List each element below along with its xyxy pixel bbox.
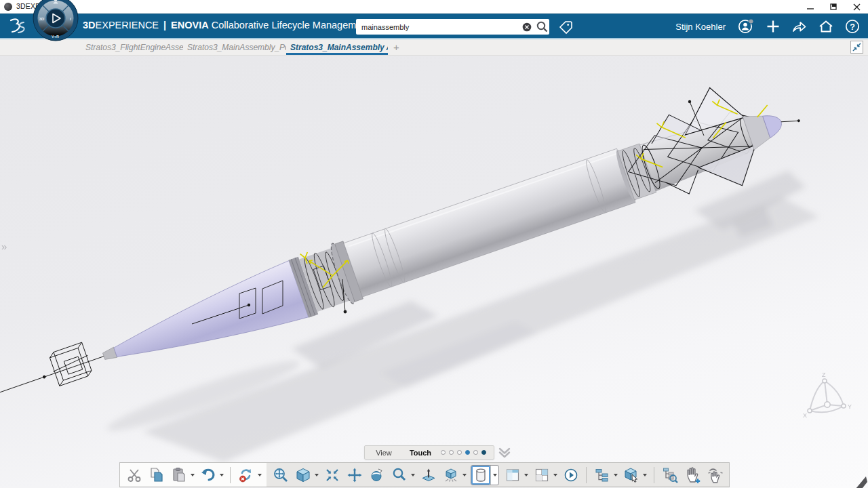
- render-style-dropdown-caret[interactable]: [490, 466, 498, 485]
- add-content-icon[interactable]: [766, 20, 780, 33]
- zoom-icon[interactable]: [390, 466, 408, 485]
- 3dexperience-compass[interactable]: 3D i V+R: [32, 0, 79, 42]
- page-dot-1[interactable]: [441, 450, 446, 455]
- document-tabbar: Stratos3_FlightEngineAssembl Stratos3_Ma…: [0, 39, 868, 56]
- clear-search-icon[interactable]: [519, 22, 534, 32]
- collapse-window-button[interactable]: [850, 41, 863, 54]
- new-tab-button[interactable]: +: [388, 39, 405, 55]
- compass-west-label[interactable]: 3D: [39, 17, 45, 21]
- compass-south-label[interactable]: V+R: [52, 35, 59, 39]
- window-titlebar: 3DEXPERIENCE: [0, 0, 868, 14]
- tree-structure-dropdown-caret[interactable]: [614, 474, 618, 476]
- zoom-dropdown-caret[interactable]: [411, 474, 415, 476]
- toolbar-group-select: [656, 463, 729, 487]
- share-icon[interactable]: [791, 20, 807, 33]
- user-name[interactable]: Stijn Koehler: [675, 22, 726, 32]
- page-dot-6[interactable]: [481, 450, 486, 455]
- home-icon[interactable]: [818, 20, 833, 33]
- quad-view-dropdown-caret[interactable]: [553, 474, 557, 476]
- 3d-viewport[interactable]: Z X Y » View Touch: [0, 56, 868, 488]
- undo-icon[interactable]: [199, 466, 217, 485]
- paste-icon[interactable]: [170, 466, 188, 485]
- window-layout-icon[interactable]: [503, 466, 521, 485]
- tag-icon[interactable]: [557, 19, 574, 35]
- view-modes-dropdown-caret[interactable]: [462, 474, 467, 476]
- panel-expander-chevrons[interactable]: »: [1, 241, 7, 251]
- tab-flight-engine-assembly[interactable]: Stratos3_FlightEngineAssembl: [81, 39, 183, 55]
- triad-x-label: X: [803, 412, 807, 419]
- search-icon[interactable]: [534, 21, 549, 33]
- close-button[interactable]: [845, 0, 868, 14]
- tab-main-assembly-post[interactable]: Stratos3_MainAssembly_PostS: [183, 39, 286, 55]
- toolbar-group-edit: [120, 463, 267, 487]
- toolbar-group-view: [267, 463, 652, 487]
- paste-dropdown-caret[interactable]: [191, 474, 195, 476]
- collapse-chevron-icon[interactable]: [498, 446, 511, 462]
- page-dot-3[interactable]: [457, 450, 462, 455]
- page-dot-5[interactable]: [473, 450, 478, 455]
- maximize-button[interactable]: [822, 0, 845, 14]
- view-button[interactable]: View: [365, 449, 403, 457]
- gesture-select-icon[interactable]: [706, 466, 724, 485]
- 3d-scene-rocket-assembly[interactable]: Z X Y: [0, 56, 868, 488]
- pan-icon[interactable]: [345, 466, 363, 485]
- window-layout-dropdown-caret[interactable]: [524, 474, 528, 476]
- corner-resize-mark[interactable]: [852, 476, 867, 488]
- select-box-icon[interactable]: [622, 466, 640, 485]
- tree-structure-icon[interactable]: [593, 466, 611, 485]
- normal-to-icon[interactable]: [419, 466, 437, 485]
- nose-constraint-wireframe: [47, 342, 94, 387]
- rotate-icon[interactable]: [368, 466, 386, 485]
- update-dropdown-caret[interactable]: [258, 474, 262, 476]
- iso-view-icon[interactable]: [294, 466, 312, 485]
- search-input[interactable]: [356, 23, 519, 31]
- undo-dropdown-caret[interactable]: [220, 474, 224, 476]
- touch-button[interactable]: Touch: [403, 449, 438, 457]
- render-style-icon[interactable]: [471, 466, 490, 485]
- cut-icon[interactable]: [125, 466, 143, 485]
- iso-view-dropdown-caret[interactable]: [315, 474, 319, 476]
- triad-z-label: Z: [822, 371, 826, 378]
- tab-main-assembly-active[interactable]: Stratos3_MainAssembly A.1: [286, 39, 388, 55]
- center-all-icon[interactable]: [323, 466, 341, 485]
- axis-triad[interactable]: Z X Y: [803, 371, 852, 419]
- action-toolbar: [119, 462, 730, 487]
- svg-text:?: ?: [850, 22, 855, 32]
- render-style-active-tool: [471, 465, 499, 485]
- more-tools-icon[interactable]: [561, 466, 580, 485]
- tree-search-icon[interactable]: [661, 466, 679, 485]
- app-title: 3DEXPERIENCE|ENOVIA Collaborative Lifecy…: [83, 20, 370, 30]
- dassault-systemes-logo-icon[interactable]: [5, 17, 28, 39]
- page-dots: [441, 450, 486, 455]
- compass-east-label[interactable]: i: [70, 16, 71, 21]
- triad-y-label: Y: [848, 403, 852, 410]
- app-icon: [4, 3, 12, 11]
- copy-icon[interactable]: [147, 466, 165, 485]
- user-avatar-icon[interactable]: [737, 18, 755, 35]
- view-touch-bar: View Touch: [364, 445, 494, 460]
- app-header: 3DEXPERIENCE|ENOVIA Collaborative Lifecy…: [0, 14, 868, 39]
- view-modes-icon[interactable]: [441, 466, 460, 485]
- select-add-icon[interactable]: [684, 466, 702, 485]
- page-dot-4-active[interactable]: [465, 450, 470, 455]
- quad-view-icon[interactable]: [532, 466, 551, 485]
- zoom-fit-icon[interactable]: [271, 466, 290, 485]
- nose-cone[interactable]: [106, 261, 309, 381]
- search-box: [356, 19, 549, 35]
- page-dot-2[interactable]: [449, 450, 454, 455]
- select-box-dropdown-caret[interactable]: [643, 474, 647, 476]
- minimize-button[interactable]: [799, 0, 822, 14]
- update-icon[interactable]: [237, 466, 255, 485]
- help-icon[interactable]: ?: [845, 19, 860, 34]
